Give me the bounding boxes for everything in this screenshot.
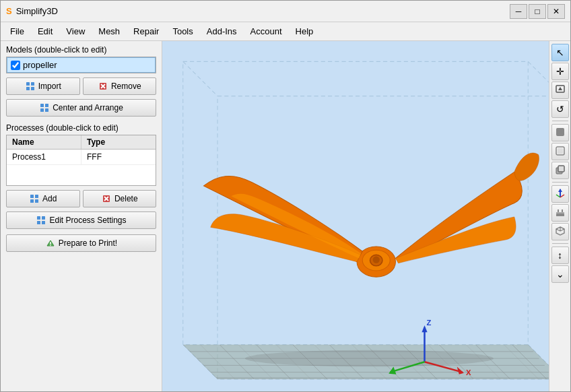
- solid-icon: [555, 127, 566, 139]
- models-list: propeller: [6, 57, 156, 73]
- rotate-view-button[interactable]: ↺: [551, 100, 569, 118]
- select-icon: ↖: [556, 47, 564, 58]
- import-label: Import: [38, 81, 61, 91]
- prepare-print-label: Prepare to Print!: [59, 238, 117, 248]
- remove-button[interactable]: Remove: [83, 77, 157, 95]
- svg-rect-19: [42, 216, 45, 220]
- edit-process-settings-button[interactable]: Edit Process Settings: [6, 211, 156, 229]
- import-remove-row: Import Remove: [6, 77, 156, 95]
- prepare-icon: [45, 238, 56, 249]
- title-bar: S Simplify3D ─ □ ✕: [1, 1, 570, 22]
- model-checkbox[interactable]: [11, 61, 20, 70]
- import-tool-button[interactable]: [551, 81, 569, 99]
- edit-process-icon: [36, 215, 46, 226]
- menu-item-mesh[interactable]: Mesh: [92, 24, 127, 39]
- svg-rect-20: [37, 221, 40, 224]
- menu-item-file[interactable]: File: [3, 24, 31, 39]
- main-layout: Models (double-click to edit) propeller: [1, 41, 570, 392]
- close-button[interactable]: ✕: [547, 4, 565, 19]
- svg-line-90: [556, 229, 560, 231]
- svg-marker-73: [558, 87, 562, 90]
- process-row[interactable]: Process1 FFF: [7, 150, 156, 165]
- svg-rect-9: [40, 108, 44, 112]
- move-icon: ✛: [556, 66, 564, 77]
- solid-view-button[interactable]: [551, 124, 569, 141]
- center-arrange-label: Center and Arrange: [53, 103, 123, 112]
- svg-rect-11: [30, 195, 34, 198]
- add-process-button[interactable]: Add: [6, 190, 80, 207]
- model-name: propeller: [23, 60, 57, 70]
- svg-point-24: [50, 245, 51, 247]
- menu-item-add-ins[interactable]: Add-Ins: [200, 24, 244, 39]
- svg-rect-13: [30, 199, 34, 203]
- delete-process-button[interactable]: Delete: [83, 190, 157, 207]
- svg-rect-85: [556, 212, 564, 214]
- z-axis-button[interactable]: [551, 185, 569, 203]
- box-view-button[interactable]: [551, 162, 569, 179]
- svg-rect-8: [45, 104, 48, 107]
- chevron-down-icon: ⌄: [556, 269, 564, 280]
- proc-table-header: Name Type: [7, 135, 156, 150]
- proc-col-name: Name: [7, 135, 81, 149]
- svg-rect-7: [40, 104, 44, 107]
- add-icon: [29, 193, 40, 204]
- vertical-axis-button[interactable]: ↕: [551, 247, 569, 264]
- svg-rect-84: [556, 214, 564, 216]
- print-bed-button[interactable]: [551, 204, 569, 222]
- menu-item-repair[interactable]: Repair: [127, 24, 166, 39]
- processes-table: Name Type Process1 FFF: [6, 135, 156, 186]
- toolbar-separator-3: [552, 243, 568, 244]
- edit-process-label: Edit Process Settings: [49, 216, 126, 225]
- menu-item-account[interactable]: Account: [244, 24, 289, 39]
- processes-label: Processes (double-click to edit): [6, 123, 156, 133]
- maximize-button[interactable]: □: [529, 4, 546, 19]
- right-toolbar: ↖ ✛ ↺: [549, 41, 570, 392]
- proc-col-type: Type: [81, 135, 156, 149]
- isometric-icon: [555, 226, 566, 238]
- transparent-view-button[interactable]: [551, 143, 569, 160]
- svg-line-91: [560, 229, 564, 231]
- import-icon: [25, 81, 36, 92]
- svg-rect-74: [556, 128, 564, 136]
- models-label: Models (double-click to edit): [6, 45, 156, 55]
- app-title: Simplify3D: [16, 6, 58, 16]
- rotate-view-icon: ↺: [556, 104, 564, 115]
- svg-rect-14: [35, 199, 38, 203]
- center-arrange-button[interactable]: Center and Arrange: [6, 99, 156, 117]
- import-tool-icon: [555, 84, 566, 97]
- remove-label: Remove: [111, 81, 141, 91]
- proc-type-cell: FFF: [81, 150, 156, 165]
- svg-marker-81: [558, 189, 562, 192]
- svg-point-63: [373, 256, 380, 263]
- transparent-icon: [555, 145, 566, 158]
- isometric-button[interactable]: [551, 223, 569, 240]
- center-arrange-icon: [39, 102, 50, 113]
- z-axis-icon: [555, 188, 566, 201]
- select-tool-button[interactable]: ↖: [551, 44, 569, 61]
- prepare-print-button[interactable]: Prepare to Print!: [6, 234, 156, 252]
- left-panel: Models (double-click to edit) propeller: [1, 41, 162, 392]
- menu-item-view[interactable]: View: [59, 24, 92, 39]
- svg-rect-18: [37, 216, 40, 220]
- add-delete-row: Add Delete: [6, 190, 156, 207]
- move-tool-button[interactable]: ✛: [551, 63, 569, 80]
- menu-item-edit[interactable]: Edit: [31, 24, 59, 39]
- svg-rect-12: [35, 195, 38, 198]
- svg-point-59: [245, 350, 494, 367]
- title-bar-left: S Simplify3D: [6, 6, 58, 16]
- menu-item-help[interactable]: Help: [289, 24, 321, 39]
- svg-rect-3: [31, 87, 34, 90]
- add-label: Add: [42, 194, 57, 203]
- models-section: Models (double-click to edit) propeller: [6, 45, 156, 73]
- svg-rect-21: [42, 221, 45, 224]
- svg-rect-78: [558, 166, 564, 172]
- minimize-button[interactable]: ─: [510, 4, 527, 19]
- import-button[interactable]: Import: [6, 77, 80, 95]
- 3d-viewport[interactable]: Z X: [162, 41, 549, 392]
- toolbar-separator-1: [552, 121, 568, 121]
- svg-rect-76: [558, 148, 563, 154]
- menu-item-tools[interactable]: Tools: [166, 24, 199, 39]
- model-item[interactable]: propeller: [7, 57, 156, 73]
- chevron-down-button[interactable]: ⌄: [551, 265, 569, 283]
- svg-rect-1: [31, 82, 34, 86]
